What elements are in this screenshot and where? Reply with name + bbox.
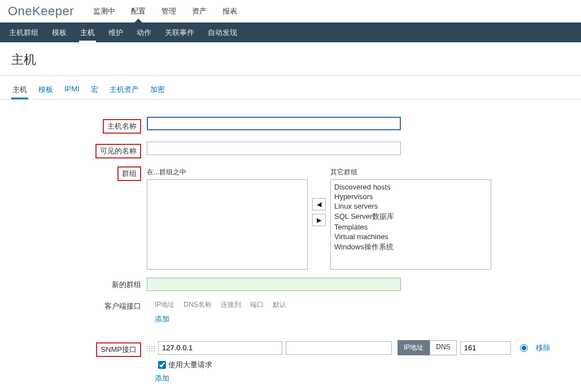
- label-host-name: 主机名称: [11, 117, 147, 134]
- snmp-port-input[interactable]: [460, 341, 511, 355]
- topnav-inventory[interactable]: 资产: [190, 1, 209, 22]
- topnav: 监测中 配置 管理 资产 报表: [91, 1, 239, 22]
- new-group-input[interactable]: [147, 278, 401, 291]
- row-new-group: 新的群组: [11, 278, 570, 291]
- subnav-correlation[interactable]: 关联事件: [164, 23, 195, 42]
- group-option[interactable]: Discovered hosts: [333, 182, 488, 192]
- topnav-configuration[interactable]: 配置: [129, 1, 148, 22]
- snmp-default-radio[interactable]: [520, 344, 528, 352]
- in-groups-listbox[interactable]: [147, 179, 308, 270]
- hdr-connect: 连接到: [221, 300, 241, 310]
- hdr-dns: DNS名称: [184, 300, 211, 310]
- label-new-group: 新的群组: [11, 278, 147, 290]
- group-option[interactable]: SQL Server数据库: [333, 211, 488, 222]
- topnav-monitoring[interactable]: 监测中: [91, 1, 117, 22]
- label-groups: 群组: [11, 166, 147, 181]
- host-form: 主机名称 可见的名称 群组 在...群组之中: [0, 100, 581, 392]
- label-in-groups: 在...群组之中: [147, 166, 308, 177]
- row-visible-name: 可见的名称: [11, 142, 570, 158]
- triangle-left-icon: ◀: [317, 201, 321, 208]
- group-option[interactable]: Linux servers: [333, 201, 488, 211]
- row-snmp-interface: SNMP接口 IP地址 DNS 移除: [11, 340, 570, 384]
- brand-logo: OneKeeper: [8, 4, 74, 19]
- label-other-groups: 其它群组: [330, 166, 491, 177]
- group-option[interactable]: Templates: [333, 222, 488, 232]
- subnav-discovery[interactable]: 自动发现: [207, 23, 238, 42]
- interface-headers: IP地址 DNS名称 连接到 端口 默认: [155, 300, 570, 310]
- tab-host[interactable]: 主机: [11, 81, 28, 99]
- subnav: 主机群组 模板 主机 维护 动作 关联事件 自动发现: [0, 23, 581, 42]
- tab-macros[interactable]: 宏: [90, 81, 99, 99]
- snmp-bulk-label: 使用大量请求: [168, 360, 212, 370]
- snmp-ip-input[interactable]: [158, 341, 282, 355]
- tab-templates[interactable]: 模板: [37, 81, 54, 99]
- host-name-input[interactable]: [147, 117, 401, 130]
- tab-ipmi[interactable]: IPMI: [63, 81, 81, 99]
- label-client-interface: 客户端接口: [11, 299, 147, 311]
- snmp-line: IP地址 DNS 移除: [147, 340, 570, 355]
- snmp-dns-input[interactable]: [286, 341, 392, 355]
- visible-name-input[interactable]: [147, 142, 401, 155]
- content: 主机 模板 IPMI 宏 主机资产 加密 主机名称 可见的名称: [0, 75, 581, 392]
- connect-ip-button[interactable]: IP地址: [397, 340, 430, 355]
- add-client-interface-link[interactable]: 添加: [155, 315, 169, 323]
- label-snmp-interface: SNMP接口: [11, 340, 147, 357]
- connect-to-segment: IP地址 DNS: [397, 340, 457, 355]
- row-host-name: 主机名称: [11, 117, 570, 134]
- snmp-bulk-checkbox[interactable]: [158, 361, 166, 369]
- subnav-maintenance[interactable]: 维护: [107, 23, 124, 42]
- group-option[interactable]: Hypervisors: [333, 192, 488, 201]
- triangle-right-icon: ▶: [317, 217, 321, 224]
- snmp-remove-link[interactable]: 移除: [536, 343, 551, 353]
- group-option[interactable]: Virtual machines: [333, 232, 488, 241]
- snmp-bulk-row: 使用大量请求: [158, 360, 570, 370]
- drag-handle-icon[interactable]: [147, 345, 155, 351]
- move-left-button[interactable]: ◀: [312, 198, 326, 210]
- hdr-ip: IP地址: [155, 300, 174, 310]
- other-groups-listbox[interactable]: Discovered hosts Hypervisors Linux serve…: [330, 179, 491, 270]
- tabs: 主机 模板 IPMI 宏 主机资产 加密: [0, 76, 581, 100]
- subnav-actions[interactable]: 动作: [136, 23, 152, 42]
- tab-inventory[interactable]: 主机资产: [108, 81, 140, 99]
- topbar: OneKeeper 监测中 配置 管理 资产 报表: [0, 0, 581, 23]
- subnav-templates[interactable]: 模板: [51, 23, 68, 42]
- hdr-default: 默认: [273, 300, 286, 310]
- connect-dns-button[interactable]: DNS: [430, 340, 456, 355]
- row-groups: 群组 在...群组之中 ◀ ▶: [11, 166, 570, 270]
- tab-encryption[interactable]: 加密: [149, 81, 166, 99]
- hdr-port: 端口: [250, 300, 264, 310]
- page-title: 主机: [0, 42, 581, 75]
- add-snmp-interface-link[interactable]: 添加: [155, 374, 169, 382]
- topnav-reports[interactable]: 报表: [220, 1, 239, 22]
- group-option[interactable]: Windows操作系统: [333, 241, 488, 253]
- subnav-hostgroups[interactable]: 主机群组: [8, 23, 40, 42]
- move-right-button[interactable]: ▶: [312, 214, 326, 226]
- row-client-interface: 客户端接口 IP地址 DNS名称 连接到 端口 默认 添加: [11, 299, 570, 324]
- topnav-administration[interactable]: 管理: [159, 1, 178, 22]
- label-visible-name: 可见的名称: [11, 142, 147, 158]
- subnav-hosts[interactable]: 主机: [79, 23, 96, 42]
